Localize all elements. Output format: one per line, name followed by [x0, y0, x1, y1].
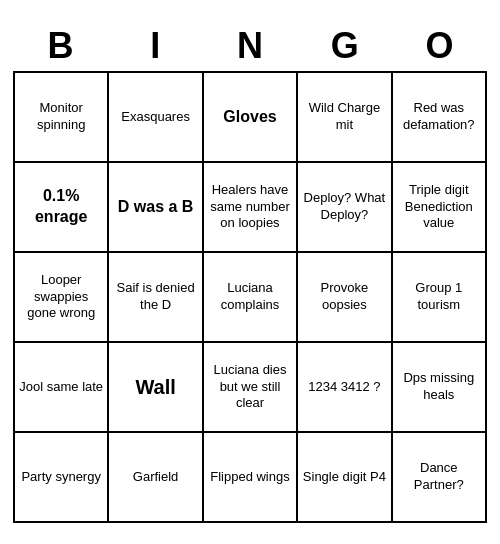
bingo-cell-0: Monitor spinning [15, 73, 109, 163]
header-n: N [203, 21, 298, 71]
bingo-cell-22: Flipped wings [204, 433, 298, 523]
header-i: I [108, 21, 203, 71]
bingo-cell-10: Looper swappies gone wrong [15, 253, 109, 343]
header-b: B [13, 21, 108, 71]
bingo-card: B I N G O Monitor spinningExasquaresGlov… [5, 13, 495, 531]
bingo-cell-1: Exasquares [109, 73, 203, 163]
bingo-cell-4: Red was defamation? [393, 73, 487, 163]
bingo-cell-7: Healers have same number on loopies [204, 163, 298, 253]
bingo-grid: Monitor spinningExasquaresGlovesWild Cha… [13, 71, 487, 523]
bingo-cell-13: Provoke oopsies [298, 253, 392, 343]
bingo-cell-12: Luciana complains [204, 253, 298, 343]
bingo-cell-15: Jool same late [15, 343, 109, 433]
bingo-cell-2: Gloves [204, 73, 298, 163]
bingo-cell-8: Deploy? What Deploy? [298, 163, 392, 253]
bingo-cell-5: 0.1% enrage [15, 163, 109, 253]
bingo-cell-3: Wild Charge mit [298, 73, 392, 163]
header-g: G [297, 21, 392, 71]
bingo-cell-18: 1234 3412 ? [298, 343, 392, 433]
bingo-cell-21: Garfield [109, 433, 203, 523]
bingo-cell-16: Wall [109, 343, 203, 433]
bingo-cell-17: Luciana dies but we still clear [204, 343, 298, 433]
bingo-cell-19: Dps missing heals [393, 343, 487, 433]
bingo-cell-24: Dance Partner? [393, 433, 487, 523]
bingo-cell-14: Group 1 tourism [393, 253, 487, 343]
bingo-cell-9: Triple digit Benediction value [393, 163, 487, 253]
bingo-header: B I N G O [13, 21, 487, 71]
bingo-cell-20: Party synergy [15, 433, 109, 523]
bingo-cell-11: Saif is denied the D [109, 253, 203, 343]
header-o: O [392, 21, 487, 71]
bingo-cell-6: D was a B [109, 163, 203, 253]
bingo-cell-23: Single digit P4 [298, 433, 392, 523]
